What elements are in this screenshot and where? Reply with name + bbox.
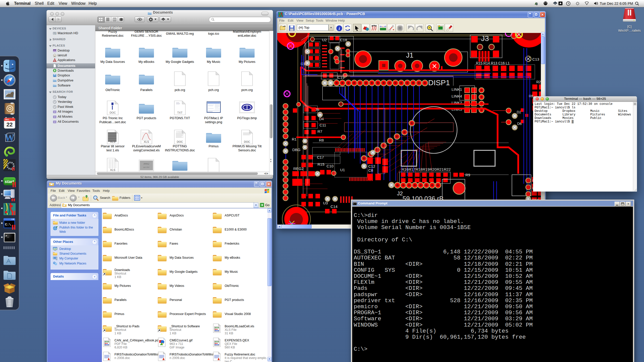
svg-text:R2: R2: [536, 80, 541, 84]
svg-text:REG2: REG2: [293, 166, 304, 171]
svg-text:C12: C12: [368, 164, 375, 168]
svg-text:R15: R15: [317, 162, 325, 166]
svg-text:J1: J1: [406, 51, 414, 59]
svg-text:LINK4: LINK4: [452, 94, 462, 98]
svg-text:DBG: DBG: [292, 148, 301, 152]
svg-text:C:\_: C:\_: [5, 223, 13, 227]
svg-text:DISP1: DISP1: [428, 78, 450, 87]
svg-text:R22: R22: [444, 167, 451, 171]
svg-text:U2: U2: [322, 38, 327, 42]
svg-text:U1: U1: [340, 168, 345, 172]
svg-text:22: 22: [7, 121, 13, 128]
svg-text:LINK1: LINK1: [452, 87, 462, 92]
svg-text:pg1 (b)2: pg1 (b)2: [143, 166, 149, 168]
svg-text:POTTING INSTR: POTTING INSTR: [176, 131, 183, 132]
svg-text:TXT: TXT: [177, 111, 183, 114]
svg-text:D2: D2: [517, 110, 521, 114]
svg-text:PPP02: PPP02: [143, 163, 149, 165]
svg-text:DOC: DOC: [110, 111, 116, 114]
svg-text:R17: R17: [409, 167, 416, 171]
svg-text:i: i: [339, 26, 340, 31]
svg-text:R18: R18: [416, 167, 423, 171]
svg-text:R21: R21: [437, 167, 444, 171]
svg-text:R8: R8: [319, 138, 324, 142]
svg-text:>_: >_: [5, 234, 9, 238]
svg-text:C17: C17: [317, 155, 324, 159]
svg-text:R19: R19: [423, 167, 430, 171]
svg-text:C14: C14: [331, 204, 338, 209]
svg-text:DEC: DEC: [5, 118, 9, 121]
svg-text:XLS: XLS: [144, 140, 149, 143]
svg-text:C8: C8: [368, 168, 373, 172]
svg-text:C18: C18: [340, 38, 347, 42]
svg-text:R1: R1: [292, 137, 297, 141]
svg-text:C:\: C:\: [353, 203, 356, 205]
svg-text:DOC: DOC: [244, 140, 250, 143]
svg-text:J2: J2: [397, 190, 403, 197]
svg-text:DOC: DOC: [177, 140, 183, 143]
svg-text:C13: C13: [532, 57, 539, 61]
svg-text:R16: R16: [401, 167, 409, 171]
svg-text:x: x: [382, 25, 383, 28]
svg-text:J3: J3: [481, 34, 489, 42]
svg-text:XLS: XLS: [110, 168, 115, 171]
svg-text:R20: R20: [430, 167, 437, 171]
svg-text:R8: R8: [529, 94, 533, 98]
svg-text:W: W: [5, 132, 15, 143]
svg-text:R7: R7: [317, 129, 322, 133]
svg-text:C11: C11: [319, 123, 326, 127]
svg-text:XLS: XLS: [110, 140, 115, 143]
svg-text:C10: C10: [327, 164, 334, 168]
